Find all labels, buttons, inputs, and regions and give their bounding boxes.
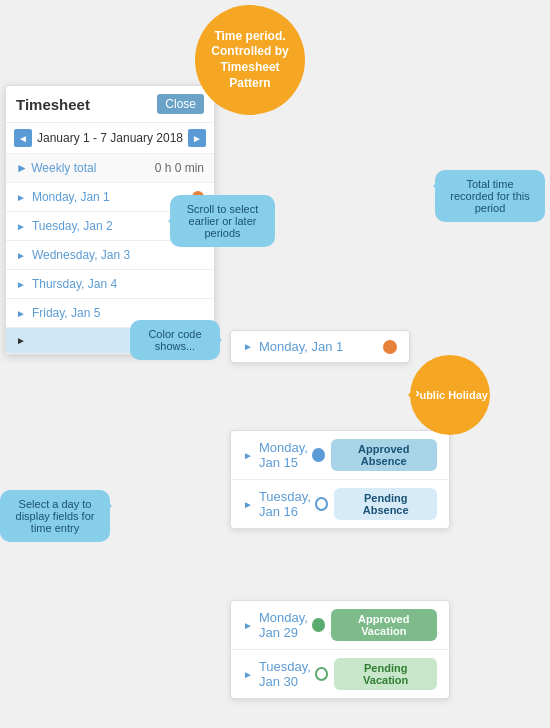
dot-blue <box>312 448 325 462</box>
next-period-button[interactable]: ► <box>188 129 206 147</box>
expanded-day-row-jan1[interactable]: ► Monday, Jan 1 <box>231 331 409 362</box>
chevron-icon: ► <box>16 192 26 203</box>
chevron-icon: ► <box>16 335 26 346</box>
dot-blue-outline <box>315 497 328 511</box>
badge-pending-vacation: Pending Vacation <box>334 658 437 690</box>
tooltip-scroll: Scroll to select earlier or later period… <box>170 195 275 247</box>
card-jan29-30: ► Monday, Jan 29 Approved Vacation ► Tue… <box>230 600 450 699</box>
expanded-day-row-jan15[interactable]: ► Monday, Jan 15 Approved Absence <box>231 431 449 480</box>
card-jan1: ► Monday, Jan 1 <box>230 330 410 363</box>
chevron-icon: ► <box>243 499 253 510</box>
weekly-total-label: ► Weekly total <box>16 161 96 175</box>
chevron-icon: ► <box>243 620 253 631</box>
day-label: Wednesday, Jan 3 <box>32 248 204 262</box>
chevron-icon: ► <box>243 669 253 680</box>
tooltip-timeperiod: Time period. Controlled by Timesheet Pat… <box>195 5 305 115</box>
close-button[interactable]: Close <box>157 94 204 114</box>
badge-approved-absence: Approved Absence <box>331 439 438 471</box>
date-range: January 1 - 7 January 2018 <box>37 131 183 145</box>
day-label-jan30: Tuesday, Jan 30 <box>259 659 311 689</box>
weekly-total-value: 0 h 0 min <box>155 161 204 175</box>
tooltip-totaltime: Total time recorded for this period <box>435 170 545 222</box>
dot-orange <box>383 340 397 354</box>
day-label: Friday, Jan 5 <box>32 306 204 320</box>
expanded-day-row-jan16[interactable]: ► Tuesday, Jan 16 Pending Absence <box>231 480 449 528</box>
day-label: Thursday, Jan 4 <box>32 277 204 291</box>
day-label: Monday, Jan 1 <box>32 190 188 204</box>
expanded-day-row-jan30[interactable]: ► Tuesday, Jan 30 Pending Vacation <box>231 650 449 698</box>
day-row-thu-jan4[interactable]: ► Thursday, Jan 4 <box>6 270 214 299</box>
weekly-total-row[interactable]: ► Weekly total 0 h 0 min <box>6 154 214 183</box>
timesheet-header: Timesheet Close <box>6 86 214 123</box>
day-label-jan16: Tuesday, Jan 16 <box>259 489 311 519</box>
chevron-icon: ► <box>243 450 253 461</box>
badge-pending-absence: Pending Absence <box>334 488 437 520</box>
chevron-icon: ► <box>16 279 26 290</box>
date-nav: ◄ January 1 - 7 January 2018 ► <box>6 123 214 154</box>
tooltip-public-holiday: Public Holiday <box>410 355 490 435</box>
prev-period-button[interactable]: ◄ <box>14 129 32 147</box>
day-label-jan1: Monday, Jan 1 <box>259 339 379 354</box>
chevron-icon: ► <box>243 341 253 352</box>
timesheet-title: Timesheet <box>16 96 90 113</box>
tooltip-colorcode: Color code shows... <box>130 320 220 360</box>
card-jan15-16: ► Monday, Jan 15 Approved Absence ► Tues… <box>230 430 450 529</box>
day-label-jan15: Monday, Jan 15 <box>259 440 308 470</box>
tooltip-selectday: Select a day to display fields for time … <box>0 490 110 542</box>
dot-green-outline <box>315 667 328 681</box>
expanded-day-row-jan29[interactable]: ► Monday, Jan 29 Approved Vacation <box>231 601 449 650</box>
chevron-icon: ► <box>16 221 26 232</box>
chevron-icon: ► <box>16 308 26 319</box>
chevron-icon: ► <box>16 250 26 261</box>
day-label-jan29: Monday, Jan 29 <box>259 610 308 640</box>
badge-approved-vacation: Approved Vacation <box>331 609 437 641</box>
dot-green <box>312 618 325 632</box>
